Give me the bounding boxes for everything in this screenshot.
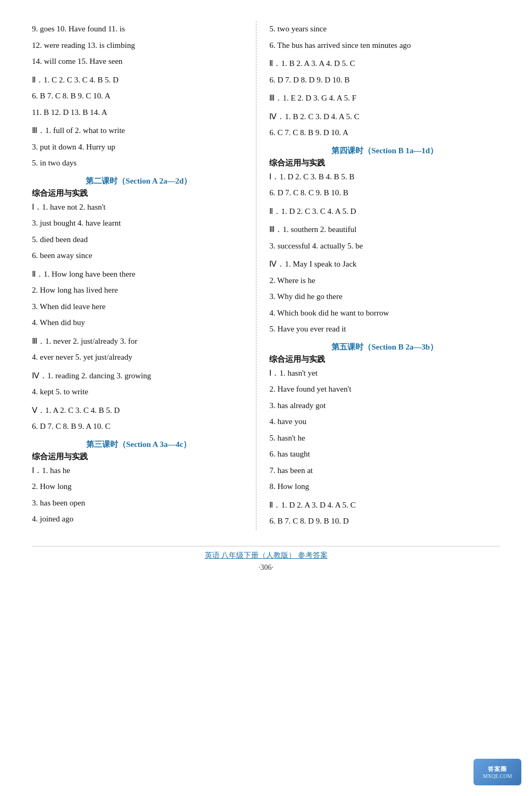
- s2-line-4: 6. been away since: [32, 248, 245, 263]
- left-line-4: Ⅱ．1. C 2. C 3. C 4. B 5. D: [32, 72, 245, 88]
- s4-line-5: 3. successful 4. actually 5. be: [269, 238, 500, 254]
- s5-line-6: 6. has taught: [269, 446, 500, 462]
- footer-text: 英语 八年级下册（人教版） 参考答案: [205, 551, 328, 559]
- s2-line-9: Ⅲ．1. never 2. just/already 3. for: [32, 334, 245, 349]
- s5-line-9: Ⅱ．1. D 2. A 3. D 4. A 5. C: [269, 498, 500, 513]
- s2-line-3: 5. died been dead: [32, 232, 245, 247]
- section4-subtitle: 综合运用与实践: [269, 158, 500, 168]
- s4-line-7: 2. Where is he: [269, 273, 500, 288]
- s2-line-7: 3. When did leave here: [32, 299, 245, 314]
- right-column: 5. two years since 6. The bus has arrive…: [256, 21, 500, 530]
- footer: 英语 八年级下册（人教版） 参考答案: [32, 546, 500, 560]
- right-line-2: 6. The bus has arrived since ten minutes…: [269, 38, 500, 53]
- watermark: 答案圈 MXQE.COM: [473, 759, 521, 785]
- s2-line-10: 4. ever never 5. yet just/already: [32, 350, 245, 365]
- s5-line-8: 8. How long: [269, 479, 500, 494]
- right-line-7: 6. C 7. C 8. B 9. D 10. A: [269, 125, 500, 140]
- s5-line-1: Ⅰ．1. hasn't yet: [269, 366, 500, 381]
- s2-line-11: Ⅳ．1. reading 2. dancing 3. growing: [32, 368, 245, 384]
- left-line-9: 5. in two days: [32, 155, 245, 171]
- section3-title: 第三课时（Section A 3a—4c）: [32, 440, 245, 450]
- s3-line-2: 2. How long: [32, 479, 245, 494]
- s4-line-9: 4. Which book did he want to borrow: [269, 305, 500, 321]
- right-line-6: Ⅳ．1. B 2. C 3. D 4. A 5. C: [269, 109, 500, 125]
- s2-line-12: 4. kept 5. to write: [32, 384, 245, 400]
- s4-line-4: Ⅲ．1. southern 2. beautiful: [269, 222, 500, 237]
- content-wrapper: 9. goes 10. Have found 11. is 12. were r…: [32, 21, 500, 530]
- left-line-5: 6. B 7. C 8. B 9. C 10. A: [32, 88, 245, 104]
- left-line-7: Ⅲ．1. full of 2. what to write: [32, 123, 245, 138]
- s2-line-14: 6. D 7. C 8. B 9. A 10. C: [32, 419, 245, 434]
- s2-line-8: 4. When did buy: [32, 315, 245, 330]
- s3-line-3: 3. has been open: [32, 495, 245, 511]
- s2-line-5: Ⅱ．1. How long have been there: [32, 267, 245, 282]
- s5-line-5: 5. hasn't he: [269, 430, 500, 446]
- left-line-2: 12. were reading 13. is climbing: [32, 38, 245, 53]
- right-line-3: Ⅱ．1. B 2. A 3. A 4. D 5. C: [269, 56, 500, 71]
- section2-subtitle: 综合运用与实践: [32, 188, 245, 198]
- left-line-6: 11. B 12. D 13. B 14. A: [32, 105, 245, 120]
- left-column: 9. goes 10. Have found 11. is 12. were r…: [32, 21, 256, 530]
- s4-line-1: Ⅰ．1. D 2. C 3. B 4. B 5. B: [269, 169, 500, 185]
- s2-line-2: 3. just bought 4. have learnt: [32, 215, 245, 231]
- section5-title: 第五课时（Section B 2a—3b）: [269, 342, 500, 352]
- s5-line-10: 6. B 7. C 8. D 9. B 10. D: [269, 513, 500, 529]
- right-line-5: Ⅲ．1. E 2. D 3. G 4. A 5. F: [269, 90, 500, 106]
- watermark-top: 答案圈: [488, 765, 507, 773]
- s3-line-1: Ⅰ．1. has he: [32, 463, 245, 478]
- section3-subtitle: 综合运用与实践: [32, 452, 245, 462]
- left-line-8: 3. put it down 4. Hurry up: [32, 139, 245, 155]
- s4-line-10: 5. Have you ever read it: [269, 321, 500, 337]
- page: 9. goes 10. Have found 11. is 12. were r…: [0, 0, 532, 796]
- left-line-3: 14. will come 15. Have seen: [32, 54, 245, 69]
- section5-subtitle: 综合运用与实践: [269, 354, 500, 364]
- s5-line-7: 7. has been at: [269, 463, 500, 478]
- s5-line-4: 4. have you: [269, 414, 500, 429]
- s2-line-1: Ⅰ．1. have not 2. hasn't: [32, 200, 245, 215]
- s4-line-2: 6. D 7. C 8. C 9. B 10. B: [269, 185, 500, 201]
- s4-line-8: 3. Why did he go there: [269, 289, 500, 304]
- right-line-4: 6. D 7. D 8. D 9. D 10. B: [269, 72, 500, 88]
- s3-line-4: 4. joined ago: [32, 511, 245, 527]
- section2-title: 第二课时（Section A 2a—2d）: [32, 176, 245, 186]
- s5-line-2: 2. Have found yet haven't: [269, 382, 500, 397]
- s5-line-3: 3. has already got: [269, 398, 500, 413]
- right-line-1: 5. two years since: [269, 21, 500, 37]
- page-number: ·306·: [32, 563, 500, 572]
- s2-line-13: Ⅴ．1. A 2. C 3. C 4. B 5. D: [32, 403, 245, 418]
- section4-title: 第四课时（Section B 1a—1d）: [269, 146, 500, 156]
- s2-line-6: 2. How long has lived here: [32, 283, 245, 298]
- s4-line-6: Ⅳ．1. May I speak to Jack: [269, 256, 500, 272]
- watermark-bottom: MXQE.COM: [483, 773, 512, 779]
- left-line-1: 9. goes 10. Have found 11. is: [32, 21, 245, 37]
- s4-line-3: Ⅱ．1. D 2. C 3. C 4. A 5. D: [269, 204, 500, 219]
